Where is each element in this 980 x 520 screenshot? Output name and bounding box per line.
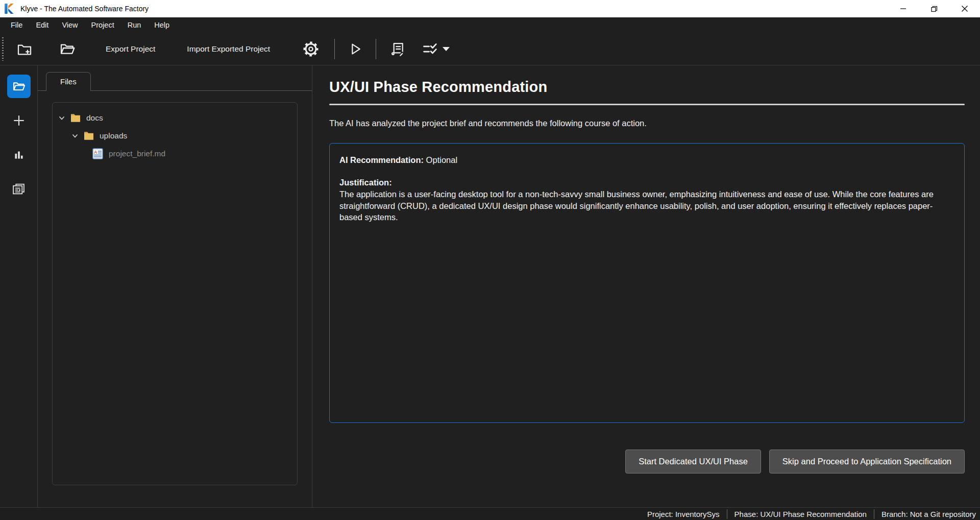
justification-label: Justification: (339, 177, 954, 188)
import-project-button[interactable]: Import Exported Project (177, 38, 280, 60)
page-title: UX/UI Phase Recommendation (329, 79, 965, 96)
tab-files[interactable]: Files (46, 72, 91, 91)
recommendation-label: AI Recommendation: (339, 155, 424, 164)
status-bar: Project: InventorySys Phase: UX/UI Phase… (0, 507, 980, 520)
window-controls (888, 0, 980, 17)
sidebar-item-analytics[interactable] (7, 143, 31, 167)
chevron-down-icon[interactable] (58, 114, 66, 122)
start-uxui-phase-button[interactable]: Start Dedicated UX/UI Phase (625, 450, 761, 474)
file-explorer-panel: Files docs (38, 65, 312, 507)
action-buttons: Start Dedicated UX/UI Phase Skip and Pro… (329, 450, 965, 474)
plus-icon (12, 114, 26, 127)
tree-item-label: docs (86, 113, 103, 123)
edit-specification-button[interactable] (381, 38, 414, 60)
menu-edit[interactable]: Edit (29, 19, 55, 31)
file-panel-tabbar: Files (38, 72, 312, 91)
bar-chart-icon (12, 148, 26, 161)
toolbar: Export Project Import Exported Project (0, 33, 980, 65)
run-button[interactable] (340, 38, 371, 60)
skip-to-specification-button[interactable]: Skip and Proceed to Application Specific… (769, 450, 965, 474)
folder-icon (70, 113, 81, 122)
tree-item-uploads[interactable]: uploads (53, 127, 297, 145)
pages-icon (12, 182, 26, 196)
toolbar-separator (376, 39, 376, 59)
tree-item-label: uploads (100, 131, 127, 140)
sidebar-item-new[interactable] (7, 109, 31, 132)
body: Files docs (0, 65, 980, 507)
folder-icon (84, 131, 94, 140)
minimize-button[interactable] (888, 0, 919, 17)
open-project-button[interactable] (52, 38, 83, 60)
open-folder-icon (12, 79, 26, 93)
task-list-dropdown-button[interactable] (414, 38, 457, 60)
status-branch: Branch: Not a Git repository (874, 509, 980, 519)
menu-run[interactable]: Run (121, 19, 148, 31)
tree-item-docs[interactable]: docs (53, 109, 297, 127)
export-project-button[interactable]: Export Project (95, 38, 165, 60)
sidebar-item-reports[interactable] (7, 177, 31, 201)
recommendation-value: Optional (424, 155, 457, 164)
titlebar: Klyve - The Automated Software Factory (0, 0, 980, 17)
menubar: File Edit View Project Run Help (0, 17, 980, 33)
tree-item-label: project_brief.md (109, 149, 165, 158)
new-folder-icon (16, 41, 33, 57)
klyve-logo-icon (3, 2, 16, 15)
status-phase: Phase: UX/UI Phase Recommendation (727, 509, 874, 519)
menu-help[interactable]: Help (148, 19, 176, 31)
justification-text: The application is a user-facing desktop… (339, 188, 954, 223)
menu-file[interactable]: File (4, 19, 29, 31)
main-content: UX/UI Phase Recommendation The AI has an… (312, 65, 980, 507)
gear-icon (302, 40, 320, 58)
toolbar-separator (334, 39, 335, 59)
toolbar-grip-handle[interactable] (2, 37, 4, 61)
recommendation-box: AI Recommendation: Optional Justificatio… (329, 143, 965, 423)
menu-view[interactable]: View (55, 19, 84, 31)
sidebar-item-files[interactable] (7, 75, 31, 98)
checklist-icon (422, 41, 439, 57)
close-button[interactable] (949, 0, 980, 17)
recommendation-line: AI Recommendation: Optional (339, 154, 954, 166)
intro-text: The AI has analyzed the project brief an… (329, 119, 965, 128)
activity-bar (0, 65, 38, 507)
svg-text:A: A (94, 150, 97, 155)
chevron-down-icon[interactable] (71, 132, 79, 140)
settings-button[interactable] (295, 38, 327, 60)
markdown-file-icon: A (92, 148, 103, 159)
menu-project[interactable]: Project (85, 19, 121, 31)
open-folder-icon (59, 41, 76, 57)
file-tree: docs uploads A (52, 102, 298, 485)
new-project-button[interactable] (9, 38, 40, 60)
status-project: Project: InventorySys (640, 509, 727, 519)
restore-button[interactable] (919, 0, 949, 17)
document-edit-icon (389, 40, 406, 58)
play-icon (348, 41, 363, 57)
title-divider (329, 104, 965, 105)
tree-item-project-brief[interactable]: A project_brief.md (53, 145, 297, 162)
chevron-down-icon (443, 47, 450, 51)
window-title: Klyve - The Automated Software Factory (20, 5, 149, 13)
